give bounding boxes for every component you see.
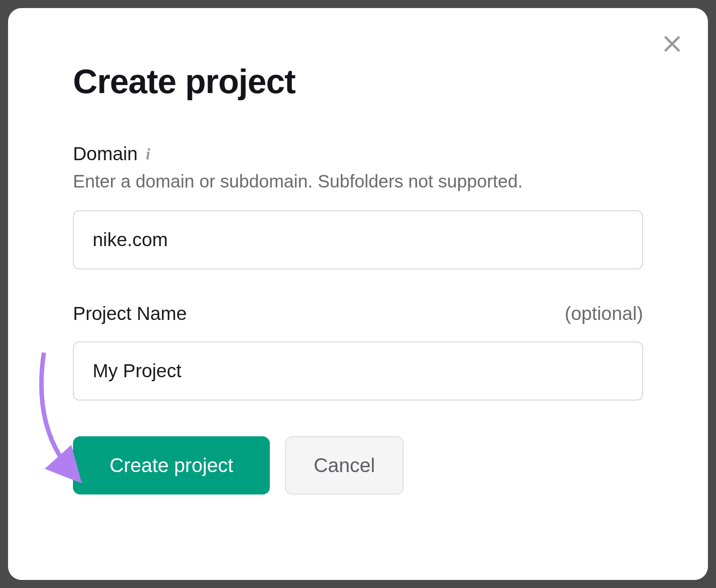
project-name-label-text: Project Name [73,303,187,324]
domain-hint: Enter a domain or subdomain. Subfolders … [73,169,643,193]
domain-input[interactable] [73,210,643,269]
project-name-input[interactable] [73,341,643,401]
domain-field-group: Domain i Enter a domain or subdomain. Su… [73,143,643,269]
info-icon[interactable]: i [146,145,150,163]
button-row: Create project Cancel [73,436,643,494]
project-name-field-group: Project Name (optional) [73,303,643,401]
project-name-label: Project Name [73,303,187,324]
close-button[interactable] [659,30,686,57]
modal-title: Create project [73,62,643,101]
create-project-modal: Create project Domain i Enter a domain o… [8,8,708,580]
cancel-button[interactable]: Cancel [285,436,404,494]
create-project-button[interactable]: Create project [73,436,270,494]
close-icon [661,33,683,55]
domain-label: Domain i [73,143,150,165]
domain-label-text: Domain [73,143,138,165]
optional-label: (optional) [565,303,643,324]
